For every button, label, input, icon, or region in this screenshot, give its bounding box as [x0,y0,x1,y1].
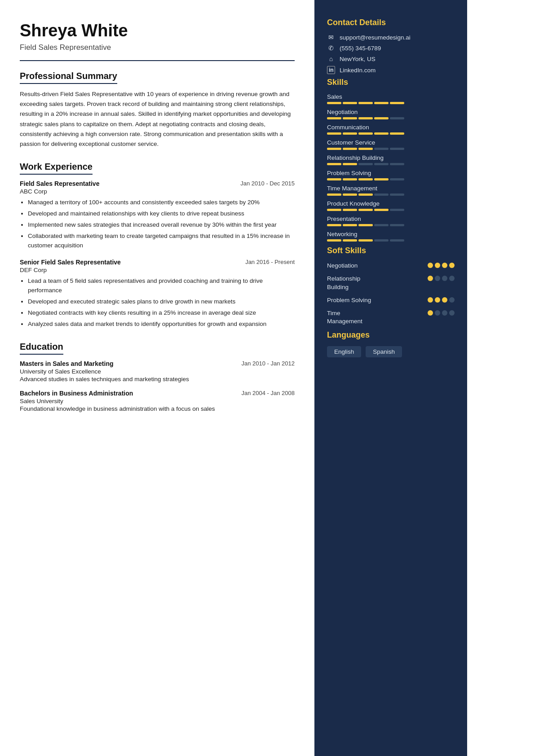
phone-icon: ✆ [327,44,335,52]
edu-degree: Masters in Sales and Marketing [20,360,114,367]
jobs-container: Field Sales Representative Jan 2010 - De… [20,180,295,329]
skill-seg-filled [374,102,389,104]
skill-seg-empty [374,148,389,150]
skill-seg-filled [343,132,357,135]
skill-name: Product Knowledge [327,200,455,207]
soft-dot [428,297,433,303]
soft-dot [428,263,433,268]
skill-seg-filled [327,132,341,135]
skill-name: Problem Solving [327,170,455,176]
skill-seg-filled [343,193,357,196]
contact-title: Contact Details [327,18,455,27]
main-content: Shreya White Field Sales Representative … [0,0,314,756]
skill-seg-empty [390,148,404,150]
soft-dot [435,263,440,268]
skill-name: Relationship Building [327,154,455,161]
skill-seg-empty [390,193,404,196]
skill-bar [327,224,455,226]
contact-email: ✉ support@resumedesign.ai [327,34,455,41]
edu-desc: Foundational knowledge in business admin… [20,405,295,412]
contact-text: (555) 345-6789 [340,45,381,52]
job-dates: Jan 2010 - Dec 2015 [240,180,295,187]
edu-header: Bachelors in Business Administration Jan… [20,390,295,397]
bullet-item: Implemented new sales strategies that in… [28,220,295,230]
skill-seg-filled [390,102,404,104]
email-icon: ✉ [327,34,335,41]
skill-seg-filled [327,239,341,242]
skill-name: Sales [327,93,455,100]
dots-container [428,297,455,303]
skill-seg-empty [390,163,404,165]
edu-desc: Advanced studies in sales techniques and… [20,376,295,382]
bullet-item: Collaborated with marketing team to crea… [28,232,295,251]
edu-dates: Jan 2010 - Jan 2012 [241,360,295,367]
skill-seg-filled [374,132,389,135]
skill-seg-filled [358,102,373,104]
bullet-item: Managed a territory of 100+ accounts and… [28,198,295,207]
soft-dot [428,310,433,316]
bullet-item: Developed and maintained relationships w… [28,209,295,219]
contact-container: ✉ support@resumedesign.ai ✆ (555) 345-67… [327,34,455,74]
soft-dot [435,310,440,316]
edu-school: Sales University [20,398,295,404]
soft-skills-section: Soft Skills Negotiation RelationshipBuil… [327,246,455,326]
contact-section: Contact Details ✉ support@resumedesign.a… [327,18,455,74]
dots-container [428,310,455,316]
soft-dot [442,297,447,303]
linkedin-icon: in [327,66,335,74]
skill-seg-filled [343,117,357,119]
soft-dot [449,263,455,268]
location-icon: ⌂ [327,55,335,62]
language-tag: English [327,346,361,357]
skill-row: Customer Service [327,139,455,150]
soft-skill-row: Negotiation [327,262,455,270]
header-divider [20,60,295,61]
skill-name: Presentation [327,215,455,222]
edu-container: Masters in Sales and Marketing Jan 2010 … [20,360,295,412]
sidebar: Contact Details ✉ support@resumedesign.a… [314,0,467,756]
edu-header: Masters in Sales and Marketing Jan 2010 … [20,360,295,367]
contact-phone: ✆ (555) 345-6789 [327,44,455,52]
skill-bar [327,102,455,104]
skill-bar [327,239,455,242]
skill-seg-filled [358,193,373,196]
skill-seg-filled [358,117,373,119]
edu-item: Bachelors in Business Administration Jan… [20,390,295,412]
skill-row: Presentation [327,215,455,226]
edu-school: University of Sales Excellence [20,368,295,375]
skill-seg-filled [358,178,373,180]
skill-seg-filled [327,148,341,150]
skill-seg-empty [390,117,404,119]
skill-bar [327,209,455,211]
job-item: Senior Field Sales Representative Jan 20… [20,259,295,329]
skill-seg-filled [358,148,373,150]
contact-text: LinkedIn.com [340,67,376,74]
lang-container: EnglishSpanish [327,346,455,357]
job-header: Senior Field Sales Representative Jan 20… [20,259,295,266]
skill-row: Product Knowledge [327,200,455,211]
dots-container [428,276,455,281]
company-name: ABC Corp [20,188,295,195]
skills-container: Sales Negotiation Communication Customer… [327,93,455,242]
soft-skill-name: TimeManagement [327,309,428,326]
skill-name: Customer Service [327,139,455,146]
skill-seg-empty [358,163,373,165]
skill-seg-filled [327,193,341,196]
skill-row: Negotiation [327,109,455,119]
skill-seg-empty [390,224,404,226]
skill-name: Communication [327,124,455,131]
contact-text: support@resumedesign.ai [340,34,411,41]
skill-seg-empty [390,178,404,180]
contact-location: ⌂ NewYork, US [327,55,455,62]
skill-seg-filled [374,209,389,211]
skills-section: Skills Sales Negotiation Communication C… [327,78,455,242]
skill-seg-filled [343,209,357,211]
language-tag: Spanish [366,346,402,357]
soft-skills-container: Negotiation RelationshipBuilding Problem… [327,262,455,326]
skill-seg-filled [343,148,357,150]
work-experience-title: Work Experience [20,162,93,175]
skill-seg-filled [327,178,341,180]
skill-seg-empty [374,239,389,242]
skill-seg-empty [374,193,389,196]
skill-seg-filled [374,117,389,119]
